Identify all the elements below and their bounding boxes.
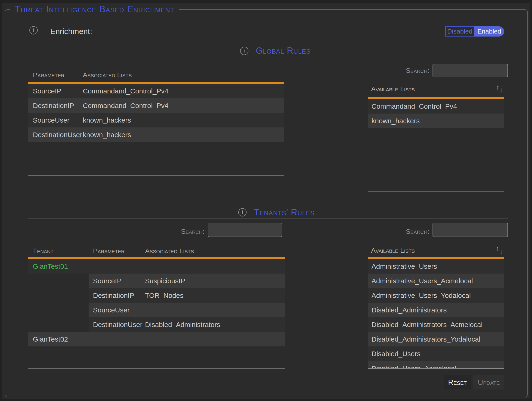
available-list-item[interactable]: Commandand_Control_Pv4: [368, 99, 504, 113]
tenants-rules-divider: [28, 219, 508, 219]
list-item-label: Disabled_Administrators_Acmelocal: [372, 321, 482, 329]
available-list-item[interactable]: known_hackers: [368, 113, 504, 128]
available-list-item[interactable]: Administrative_Users: [368, 259, 504, 274]
sort-down-arrow: ↓: [500, 86, 503, 94]
tenants-lists-search-input[interactable]: [432, 223, 508, 237]
tenants-search-label: Search:: [162, 228, 204, 235]
tenants-rules-heading: Tenants' Rules: [254, 207, 315, 217]
list-item-label: Commandand_Control_Pv4: [372, 102, 457, 110]
tenants-rules-info-icon[interactable]: i: [238, 208, 247, 216]
global-header-lists: Associated Lists: [83, 71, 132, 79]
rule-lists: Disabled_Administrators: [145, 321, 220, 329]
rule-lists: known_hackers: [83, 131, 131, 139]
tenants-lists-search-label: Search:: [382, 228, 429, 235]
tenant-rule-row[interactable]: SourceIP SuspiciousIP: [89, 274, 285, 288]
rule-lists: SuspiciousIP: [145, 277, 185, 285]
rule-parameter: SourceUser: [93, 306, 145, 314]
rule-parameter: DestinationIP: [33, 102, 83, 110]
tenant-name: GianTest02: [33, 335, 68, 343]
threat-intelligence-page: Threat Intelligence Based Enrichment i E…: [0, 0, 532, 401]
tenants-table-header: Tenant Parameter Associated Lists: [28, 244, 285, 258]
available-list-item[interactable]: Administrative_Users_Yodalocal: [368, 288, 504, 303]
available-list-item[interactable]: Disabled_Administrators_Acmelocal: [368, 317, 504, 332]
global-rule-row[interactable]: SourceIP Commandand_Control_Pv4: [28, 84, 284, 98]
update-button[interactable]: Update: [473, 375, 504, 389]
rule-parameter: DestinationUser: [93, 321, 145, 329]
list-item-label: known_hackers: [372, 117, 420, 125]
global-header-parameter: Parameter: [33, 71, 83, 79]
global-table-header: Parameter Associated Lists: [28, 68, 284, 82]
enrichment-label: Enrichment:: [50, 27, 92, 36]
enrichment-info-icon[interactable]: i: [29, 26, 38, 34]
tenants-available-lists: Administrative_Users Administrative_User…: [368, 259, 504, 368]
tenants-header-lists: Associated Lists: [145, 247, 194, 255]
tenants-lists-accent-bar: [368, 257, 504, 259]
global-rule-row[interactable]: SourceUser known_hackers: [28, 113, 284, 127]
rule-parameter: SourceIP: [93, 277, 145, 285]
global-lists-bottom-divider: [368, 191, 504, 192]
rule-lists: Commandand_Control_Pv4: [83, 102, 168, 110]
rule-lists: TOR_Nodes: [145, 292, 184, 300]
list-item-label: Administrative_Users_Yodalocal: [372, 292, 471, 300]
sort-down-arrow: ↓: [500, 247, 503, 255]
rule-parameter: DestinationIP: [93, 292, 145, 300]
tenant-rule-row[interactable]: DestinationUser Disabled_Administrators: [89, 317, 285, 332]
tenant-rule-row[interactable]: SourceUser: [89, 303, 285, 317]
global-rules-heading: Global Rules: [256, 46, 311, 56]
rule-parameter: SourceIP: [33, 87, 83, 95]
global-available-lists-heading: Available Lists: [371, 85, 415, 93]
tenant-rule-row[interactable]: DestinationIP TOR_Nodes: [89, 288, 285, 303]
available-list-item[interactable]: Disabled_Administrators: [368, 303, 504, 317]
list-item-label: Disabled_Administrators_Yodalocal: [372, 335, 481, 343]
rule-lists: Commandand_Control_Pv4: [83, 87, 168, 95]
sort-up-arrow: ↑: [496, 83, 499, 91]
tenant-row[interactable]: GianTest01: [28, 259, 285, 274]
available-list-item[interactable]: Disabled_Users: [368, 346, 504, 361]
tenants-header-tenant: Tenant: [33, 247, 93, 255]
list-item-label: Disabled_Users: [372, 350, 420, 358]
tenant-name: GianTest01: [33, 263, 68, 270]
tenants-sort-arrows-icon[interactable]: ↑ ↓: [496, 245, 506, 255]
tenants-lists-bottom-divider: [368, 368, 504, 369]
global-search-label: Search:: [382, 67, 429, 75]
global-rules-divider: [28, 57, 508, 57]
list-item-label: Administrative_Users_Acmelocal: [372, 277, 473, 285]
available-list-item[interactable]: Disabled_Users_Acmelocal: [368, 361, 504, 368]
available-list-item[interactable]: Administrative_Users_Acmelocal: [368, 274, 504, 288]
tenants-table-bottom-divider: [28, 368, 285, 369]
page-title: Threat Intelligence Based Enrichment: [10, 3, 179, 15]
list-item-label: Disabled_Administrators: [372, 306, 447, 314]
tenants-table-accent-bar: [28, 257, 285, 259]
global-rules-info-icon[interactable]: i: [240, 47, 248, 55]
rule-lists: known_hackers: [83, 116, 131, 124]
tenants-search-input[interactable]: [208, 223, 282, 237]
tenants-header-parameter: Parameter: [93, 247, 145, 255]
global-rule-row[interactable]: DestinationUser known_hackers: [28, 127, 284, 142]
sort-up-arrow: ↑: [496, 245, 499, 252]
available-list-item[interactable]: Disabled_Administrators_Yodalocal: [368, 332, 504, 346]
global-search-input[interactable]: [432, 64, 508, 77]
reset-button[interactable]: Reset: [444, 375, 471, 389]
global-sort-arrows-icon[interactable]: ↑ ↓: [496, 83, 506, 94]
rule-parameter: SourceUser: [33, 116, 83, 124]
tenants-available-lists-heading: Available Lists: [371, 246, 415, 254]
global-lists-accent-bar: [368, 97, 504, 99]
list-item-label: Administrative_Users: [372, 263, 437, 270]
global-table-bottom-divider: [28, 175, 284, 176]
rule-parameter: DestinationUser: [33, 131, 83, 139]
enrichment-toggle-disabled[interactable]: Disabled: [445, 26, 475, 37]
enrichment-toggle: Disabled Enabled: [445, 26, 504, 37]
global-rule-row[interactable]: DestinationIP Commandand_Control_Pv4: [28, 98, 284, 113]
global-table-accent-bar: [28, 82, 284, 84]
enrichment-toggle-enabled[interactable]: Enabled: [475, 26, 504, 37]
tenant-row[interactable]: GianTest02: [28, 332, 285, 346]
